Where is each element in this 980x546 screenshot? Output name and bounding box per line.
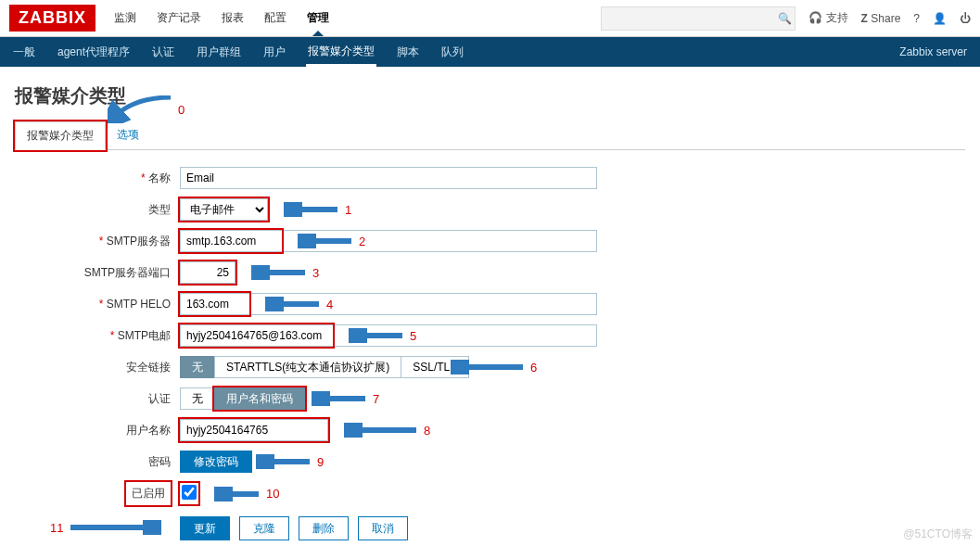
secure-none[interactable]: 无 — [180, 356, 215, 378]
pass-label: 密码 — [15, 454, 180, 470]
search-input[interactable] — [602, 12, 775, 25]
change-password-button[interactable]: 修改密码 — [180, 451, 252, 473]
logo: ZABBIX — [9, 5, 95, 32]
sub-mediatypes[interactable]: 报警媒介类型 — [306, 38, 376, 67]
annotation-10: 10 — [266, 487, 279, 501]
name-label: 名称 — [15, 171, 180, 186]
sub-scripts[interactable]: 脚本 — [395, 39, 421, 66]
annotation-1: 1 — [345, 203, 351, 217]
smtp-server-input[interactable] — [180, 230, 597, 252]
topbar: ZABBIX 监测 资产记录 报表 配置 管理 🔍 🎧 支持 Z Share ?… — [0, 0, 980, 37]
cancel-button[interactable]: 取消 — [358, 516, 408, 540]
sub-users[interactable]: 用户 — [261, 39, 287, 66]
auth-label: 认证 — [15, 391, 180, 407]
smtp-email-label: SMTP电邮 — [15, 328, 180, 344]
support-link[interactable]: 🎧 支持 — [808, 10, 847, 26]
tab-options[interactable]: 选项 — [106, 121, 150, 149]
annotation-7: 7 — [373, 392, 379, 406]
top-right: 🔍 🎧 支持 Z Share ? 👤 ⏻ — [601, 6, 971, 31]
subbar: 一般 agent代理程序 认证 用户群组 用户 报警媒介类型 脚本 队列 Zab… — [0, 37, 980, 67]
sub-auth[interactable]: 认证 — [150, 39, 176, 66]
annotation-8: 8 — [424, 424, 430, 438]
enabled-label: 已启用 — [15, 482, 180, 505]
update-button[interactable]: 更新 — [180, 516, 230, 540]
search-icon[interactable]: 🔍 — [775, 12, 795, 25]
nav-monitor[interactable]: 监测 — [112, 1, 138, 35]
tabs: 报警媒介类型 选项 0 — [15, 121, 965, 150]
smtp-helo-input[interactable] — [180, 293, 597, 315]
smtp-port-input[interactable] — [180, 261, 235, 284]
annotation-11: 11 — [50, 521, 63, 535]
smtp-email-input[interactable] — [180, 324, 597, 347]
page: 报警媒介类型 报警媒介类型 选项 0 名称 类型 电子邮件 1 SMTP服务器 … — [0, 67, 980, 546]
user-icon[interactable]: 👤 — [933, 12, 947, 25]
sub-proxy[interactable]: agent代理程序 — [56, 39, 132, 66]
smtp-server-label: SMTP服务器 — [15, 234, 180, 249]
secure-segment: 无 STARTTLS(纯文本通信协议扩展) SSL/TLS — [180, 356, 469, 378]
clone-button[interactable]: 克隆 — [239, 516, 289, 540]
nav-config[interactable]: 配置 — [262, 1, 288, 35]
auth-segment: 无 用户名和密码 — [180, 387, 305, 410]
auth-userpass[interactable]: 用户名和密码 — [214, 387, 305, 410]
help-icon[interactable]: ? — [913, 12, 920, 25]
type-select[interactable]: 电子邮件 — [180, 198, 268, 221]
watermark: @51CTO博客 — [903, 527, 973, 542]
user-input[interactable] — [180, 419, 328, 441]
tab-mediatype[interactable]: 报警媒介类型 — [15, 121, 106, 150]
type-label: 类型 — [15, 202, 180, 218]
form: 名称 类型 电子邮件 1 SMTP服务器 2 SMTP服务器端口 3 SMTP … — [15, 167, 719, 540]
sub-usergroups[interactable]: 用户群组 — [195, 39, 243, 66]
power-icon[interactable]: ⏻ — [960, 12, 971, 25]
smtp-helo-label: SMTP HELO — [15, 298, 180, 311]
search-box[interactable]: 🔍 — [601, 6, 795, 31]
nav-reports[interactable]: 报表 — [220, 1, 246, 35]
auth-none[interactable]: 无 — [180, 387, 215, 410]
annotation-9: 9 — [317, 455, 324, 469]
enabled-checkbox[interactable] — [182, 485, 197, 500]
smtp-port-label: SMTP服务器端口 — [15, 265, 180, 281]
page-title: 报警媒介类型 — [15, 83, 965, 108]
user-label: 用户名称 — [15, 423, 180, 438]
headset-icon: 🎧 — [808, 11, 822, 24]
top-nav: 监测 资产记录 报表 配置 管理 — [112, 1, 331, 35]
secure-label: 安全链接 — [15, 360, 180, 375]
sub-queue[interactable]: 队列 — [439, 39, 465, 66]
nav-inventory[interactable]: 资产记录 — [155, 1, 203, 35]
nav-admin[interactable]: 管理 — [305, 1, 331, 35]
share-link[interactable]: Z Share — [861, 12, 901, 25]
secure-ssltls[interactable]: SSL/TLS — [401, 356, 469, 378]
annotation-3: 3 — [312, 266, 319, 280]
sub-general[interactable]: 一般 — [11, 39, 37, 66]
delete-button[interactable]: 删除 — [299, 516, 349, 540]
name-input[interactable] — [180, 167, 597, 189]
annotation-6: 6 — [530, 361, 537, 375]
secure-starttls[interactable]: STARTTLS(纯文本通信协议扩展) — [214, 356, 401, 378]
server-label: Zabbix server — [897, 40, 969, 64]
